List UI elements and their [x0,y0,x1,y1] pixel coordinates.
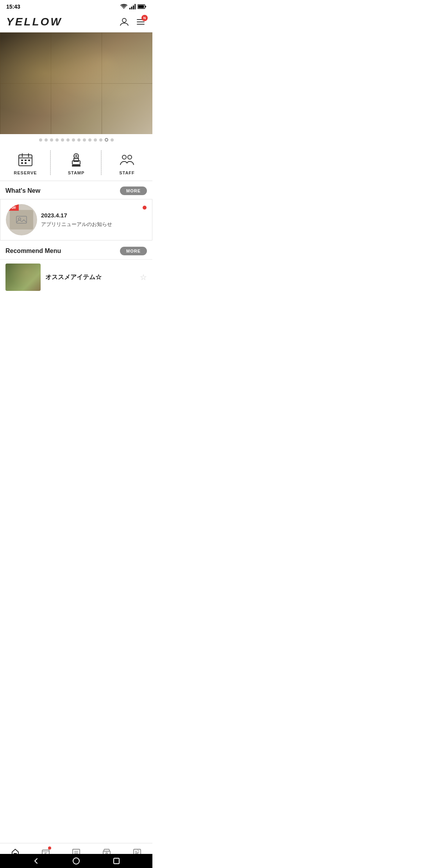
carousel-dot-1[interactable] [45,138,48,142]
carousel-dot-13[interactable] [111,138,114,142]
carousel-dot-12[interactable] [105,138,108,142]
svg-rect-1 [131,7,132,9]
battery-icon [138,4,146,9]
svg-rect-3 [135,4,136,9]
staff-button[interactable]: STAFF [102,145,152,181]
svg-rect-18 [21,162,23,164]
news-thumbnail: true [6,204,37,235]
stamp-button[interactable]: STAMP [51,145,102,181]
whats-new-more-button[interactable]: MORE [120,187,147,195]
carousel-dot-11[interactable] [99,138,102,142]
news-item[interactable]: true 2023.4.17 アプリリニューアルのお知らせ [0,199,152,240]
status-icons [120,4,146,9]
whats-new-title: What's New [5,187,40,194]
svg-rect-6 [138,5,144,8]
status-bar: 15:43 [0,0,152,13]
stamp-label: STAMP [68,170,85,175]
menu-item[interactable]: オススメアイテム☆ ☆ [0,259,152,295]
news-date: 2023.4.17 [41,212,139,219]
notification-badge: N [141,15,148,21]
menu-thumbnail-overlay [5,264,41,291]
svg-point-27 [128,155,132,159]
carousel-dot-10[interactable] [94,138,97,142]
svg-rect-28 [16,216,27,223]
news-text: アプリリニューアルのお知らせ [41,221,139,228]
app-logo: YELLOW [6,16,63,28]
status-time: 15:43 [6,4,20,10]
news-thumbnail-image [10,210,33,230]
svg-rect-22 [72,165,80,167]
carousel-dot-7[interactable] [77,138,80,142]
recommend-menu-title: Recommend Menu [5,247,61,255]
stamp-icon [68,152,84,168]
svg-rect-5 [145,6,146,7]
carousel-dot-5[interactable] [66,138,70,142]
reserve-label: RESERVE [14,170,37,175]
svg-point-7 [122,18,126,22]
menu-button[interactable]: N [135,16,146,27]
quick-actions: RESERVE STAMP STAFF [0,145,152,181]
profile-button[interactable] [119,16,130,27]
svg-rect-0 [129,8,131,9]
staff-icon [119,152,135,168]
unread-dot [143,206,147,210]
carousel-dot-4[interactable] [61,138,64,142]
hero-light-overlay [0,32,152,134]
news-content: 2023.4.17 アプリリニューアルのお知らせ [37,212,143,228]
favorite-star[interactable]: ☆ [140,273,147,282]
new-badge: true [6,204,19,211]
signal-icon [129,4,136,9]
hero-banner[interactable] [0,32,152,134]
staff-label: STAFF [119,170,135,175]
whats-new-header: What's New MORE [0,181,152,199]
carousel-dot-2[interactable] [50,138,53,142]
svg-rect-19 [25,162,27,164]
svg-rect-2 [133,5,134,9]
recommend-menu-header: Recommend Menu MORE [0,241,152,259]
wifi-icon [120,4,127,9]
recommend-menu-more-button[interactable]: MORE [120,247,147,255]
carousel-dot-8[interactable] [83,138,86,142]
svg-rect-17 [28,160,30,161]
carousel-dot-9[interactable] [88,138,91,142]
header: YELLOW N [0,13,152,32]
carousel-dot-0[interactable] [39,138,42,142]
carousel-dot-3[interactable] [55,138,59,142]
svg-rect-16 [25,160,27,161]
svg-rect-15 [21,160,23,161]
carousel-dot-6[interactable] [72,138,75,142]
menu-name: オススメアイテム☆ [45,274,102,280]
reserve-button[interactable]: RESERVE [0,145,51,181]
menu-content: オススメアイテム☆ [41,273,140,282]
header-actions: N [119,16,146,27]
calendar-icon [17,152,34,168]
svg-point-26 [122,155,126,159]
carousel-dots [0,134,152,145]
profile-icon [119,17,129,27]
menu-thumbnail [5,264,41,291]
